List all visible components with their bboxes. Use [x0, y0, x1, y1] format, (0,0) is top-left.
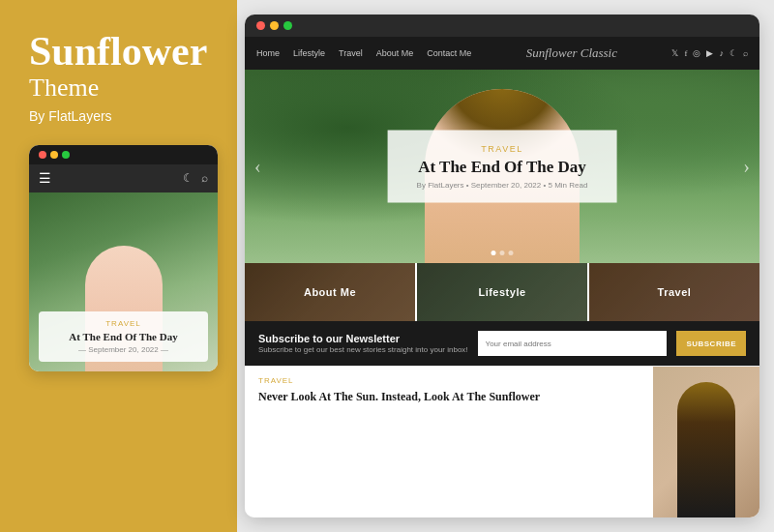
desktop-nav: Home Lifestyle Travel About Me Contact M… [245, 37, 759, 70]
mobile-nav-icons: ☾ ⌕ [183, 171, 208, 186]
prev-arrow-icon[interactable]: ‹ [254, 156, 261, 178]
hero-dot-3[interactable] [509, 251, 514, 255]
category-lifestyle[interactable]: Lifestyle [417, 263, 587, 321]
nav-about[interactable]: About Me [376, 48, 414, 58]
nav-brand: Sunflower Classic [526, 45, 617, 61]
category-travel-label: Travel [658, 286, 692, 298]
mobile-top-bar [29, 145, 218, 164]
mobile-hero-tag: Travel [48, 319, 198, 328]
category-lifestyle-label: Lifestyle [478, 286, 525, 298]
mobile-hero-overlay: Travel At The End Of The Day — September… [39, 311, 208, 362]
desktop-dots [256, 21, 292, 30]
theme-subtitle: Theme [29, 74, 218, 103]
search-icon[interactable]: ⌕ [743, 48, 748, 58]
desktop-nav-icons: 𝕏 f ◎ ▶ ♪ ☾ ⌕ [671, 48, 748, 58]
nav-contact[interactable]: Contact Me [427, 48, 471, 58]
newsletter-subtitle: Subscribe to get our best new stories st… [258, 345, 468, 354]
mobile-nav-bar: ☰ ☾ ⌕ [29, 164, 218, 192]
newsletter-title: Subscribe to our Newsletter [258, 333, 468, 344]
theme-by: By FlatLayers [29, 108, 218, 124]
right-panel: Home Lifestyle Travel About Me Contact M… [237, 0, 774, 532]
hero-dot-2[interactable] [500, 251, 505, 255]
category-travel[interactable]: Travel [589, 263, 759, 321]
bottom-article-tag: Travel [258, 376, 640, 385]
instagram-icon[interactable]: ◎ [693, 48, 700, 58]
theme-title: Sunflower [29, 29, 218, 74]
desktop-dot-green [283, 21, 292, 30]
category-grid: About Me Lifestyle Travel [245, 263, 759, 321]
hero-tag: Travel [417, 144, 588, 154]
category-about[interactable]: About Me [245, 263, 415, 321]
newsletter-bar: Subscribe to our Newsletter Subscribe to… [245, 321, 759, 366]
moon-icon[interactable]: ☾ [729, 48, 737, 58]
desktop-dot-yellow [270, 21, 279, 30]
hero-meta: By FlatLayers • September 20, 2022 • 5 M… [417, 181, 588, 190]
hero-title: At The End Of The Day [417, 158, 588, 177]
bottom-article-thumbnail [653, 367, 759, 517]
hero-overlay: Travel At The End Of The Day By FlatLaye… [388, 131, 617, 203]
desktop-content: ‹ › Travel At The End Of The Day By Flat… [245, 70, 759, 517]
desktop-hero: ‹ › Travel At The End Of The Day By Flat… [245, 70, 759, 263]
desktop-nav-links: Home Lifestyle Travel About Me Contact M… [256, 48, 471, 58]
mobile-dot-green [62, 151, 70, 159]
moon-icon[interactable]: ☾ [183, 171, 194, 186]
hero-pagination [491, 251, 514, 255]
facebook-icon[interactable]: f [684, 48, 687, 58]
bottom-article-row: Travel Never Look At The Sun. Instead, L… [245, 366, 759, 517]
mobile-hero-title: At The End Of The Day [48, 330, 198, 343]
newsletter-text: Subscribe to our Newsletter Subscribe to… [258, 333, 468, 354]
desktop-dot-red [256, 21, 265, 30]
desktop-top-bar [245, 15, 759, 37]
mobile-hero-date: — September 20, 2022 — [48, 345, 198, 354]
mobile-mockup: ☰ ☾ ⌕ Travel At The End Of The Day — Sep… [29, 145, 218, 371]
nav-home[interactable]: Home [256, 48, 280, 58]
mobile-dots [39, 151, 70, 159]
tiktok-icon[interactable]: ♪ [719, 48, 724, 58]
youtube-icon[interactable]: ▶ [706, 48, 713, 58]
newsletter-email-input[interactable] [478, 331, 668, 356]
twitter-icon[interactable]: 𝕏 [671, 48, 678, 58]
thumb-person-figure [677, 382, 735, 517]
search-icon[interactable]: ⌕ [201, 171, 208, 186]
hamburger-icon[interactable]: ☰ [39, 170, 51, 187]
mobile-dot-red [39, 151, 46, 159]
next-arrow-icon[interactable]: › [743, 156, 750, 178]
bottom-article-title[interactable]: Never Look At The Sun. Instead, Look At … [258, 389, 640, 405]
hero-dot-1[interactable] [491, 251, 496, 255]
nav-lifestyle[interactable]: Lifestyle [293, 48, 325, 58]
desktop-mockup: Home Lifestyle Travel About Me Contact M… [245, 15, 759, 517]
left-panel: Sunflower Theme By FlatLayers ☰ ☾ ⌕ Trav… [0, 0, 237, 532]
newsletter-subscribe-button[interactable]: SUBSCRIBE [676, 331, 746, 356]
mobile-dot-yellow [50, 151, 58, 159]
category-about-label: About Me [304, 286, 356, 298]
mobile-hero: Travel At The End Of The Day — September… [29, 192, 218, 371]
bottom-article: Travel Never Look At The Sun. Instead, L… [245, 367, 653, 517]
nav-travel[interactable]: Travel [339, 48, 363, 58]
